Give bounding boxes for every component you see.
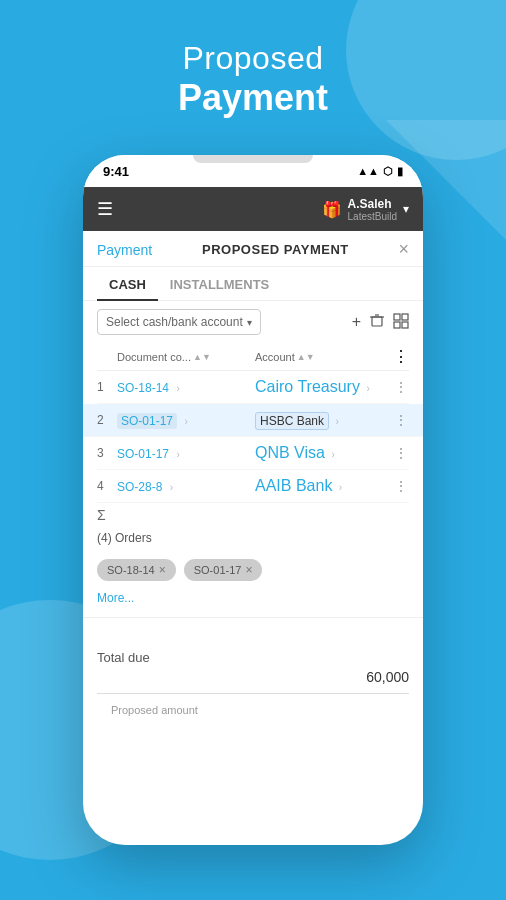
row-3-account-link[interactable]: QNB Visa (255, 444, 325, 461)
row-3-doc-link[interactable]: SO-01-17 (117, 447, 169, 461)
row-3-doc-arrow-icon: › (176, 449, 179, 460)
battery-icon: ▮ (397, 165, 403, 178)
row-4-doc: SO-28-8 › (117, 477, 255, 495)
row-2-account-link[interactable]: HSBC Bank (255, 412, 329, 430)
row-2-account: HSBC Bank › (255, 411, 393, 429)
row-2-more[interactable]: ⋮ (393, 412, 409, 428)
navbar-chevron-icon[interactable]: ▾ (403, 202, 409, 216)
col-more-header: ⋮ (393, 347, 409, 366)
row-1-account: Cairo Treasury › (255, 378, 393, 396)
page-title: PROPOSED PAYMENT (152, 242, 398, 257)
row-1-doc: SO-18-14 › (117, 378, 255, 396)
row-1-doc-link[interactable]: SO-18-14 (117, 381, 169, 395)
svg-rect-5 (394, 322, 400, 328)
total-due-value-row: 60,000 (97, 667, 409, 687)
svg-rect-3 (394, 314, 400, 320)
close-button[interactable]: × (398, 239, 409, 260)
status-time: 9:41 (103, 164, 129, 179)
tag-2: SO-01-17 × (184, 559, 263, 581)
header-line2: Payment (0, 77, 506, 119)
proposed-amount-label: Proposed amount (97, 700, 409, 716)
total-due-label: Total due (97, 650, 150, 665)
row-4-more[interactable]: ⋮ (393, 478, 409, 494)
app-navbar: ☰ 🎁 A.Saleh LatestBuild ▾ (83, 187, 423, 231)
row-3-account-arrow-icon: › (331, 449, 334, 460)
grid-button[interactable] (393, 313, 409, 332)
phone-mockup: 9:41 ▲▲ ⬡ ▮ ☰ 🎁 A.Saleh LatestBuild ▾ Pa… (83, 155, 423, 845)
doc-sort-icon[interactable]: ▲▼ (193, 352, 211, 362)
wifi-icon: ⬡ (383, 165, 393, 178)
tag-1-label: SO-18-14 (107, 564, 155, 576)
phone-notch (193, 155, 313, 163)
header-line1: Proposed (0, 40, 506, 77)
row-2-doc-link[interactable]: SO-01-17 (117, 413, 177, 429)
signal-icon: ▲▲ (357, 165, 379, 177)
navbar-center: 🎁 A.Saleh LatestBuild ▾ (322, 197, 409, 222)
row-1-doc-arrow-icon: › (176, 383, 179, 394)
row-4-account-link[interactable]: AAIB Bank (255, 477, 332, 494)
tab-installments[interactable]: INSTALLMENTS (158, 267, 281, 300)
tag-2-remove-button[interactable]: × (245, 563, 252, 577)
account-select[interactable]: Select cash/bank account ▾ (97, 309, 261, 335)
row-2-doc-arrow-icon: › (184, 416, 187, 427)
row-3-num: 3 (97, 446, 117, 460)
status-icons: ▲▲ ⬡ ▮ (357, 165, 403, 178)
row-1-more[interactable]: ⋮ (393, 379, 409, 395)
table-row: 4 SO-28-8 › AAIB Bank › ⋮ (97, 470, 409, 503)
table-row: 3 SO-01-17 › QNB Visa › ⋮ (97, 437, 409, 470)
bottom-section: Total due 60,000 Proposed amount (83, 617, 423, 724)
tab-cash[interactable]: CASH (97, 267, 158, 300)
page-header: Proposed Payment (0, 40, 506, 119)
payment-header-row: Payment PROPOSED PAYMENT × (83, 231, 423, 267)
menu-icon[interactable]: ☰ (97, 198, 113, 220)
svg-rect-6 (402, 322, 408, 328)
add-button[interactable]: + (352, 313, 361, 331)
account-sort-icon[interactable]: ▲▼ (297, 352, 315, 362)
delete-button[interactable] (369, 312, 385, 332)
row-4-doc-arrow-icon: › (170, 482, 173, 493)
row-1-account-link[interactable]: Cairo Treasury (255, 378, 360, 395)
select-placeholder: Select cash/bank account (106, 315, 243, 329)
table-row: 2 SO-01-17 › HSBC Bank › ⋮ (83, 404, 423, 437)
navbar-user: A.Saleh LatestBuild (348, 197, 397, 222)
user-name: A.Saleh (348, 197, 397, 211)
row-3-doc: SO-01-17 › (117, 444, 255, 462)
total-due-row: Total due (97, 648, 409, 667)
total-due-value: 60,000 (366, 669, 409, 685)
col-account-header: Account ▲▼ (255, 351, 393, 363)
row-4-num: 4 (97, 479, 117, 493)
table-header: Document co... ▲▼ Account ▲▼ ⋮ (97, 343, 409, 371)
col-doc-header: Document co... ▲▼ (117, 351, 255, 363)
orders-count: (4) Orders (83, 527, 423, 553)
tag-2-label: SO-01-17 (194, 564, 242, 576)
svg-rect-4 (402, 314, 408, 320)
more-link[interactable]: More... (83, 587, 423, 609)
row-1-num: 1 (97, 380, 117, 394)
user-build: LatestBuild (348, 211, 397, 222)
svg-rect-0 (372, 317, 382, 326)
row-3-more[interactable]: ⋮ (393, 445, 409, 461)
back-link[interactable]: Payment (97, 242, 152, 258)
tabs-row: CASH INSTALLMENTS (83, 267, 423, 301)
gift-icon: 🎁 (322, 200, 342, 219)
row-4-account: AAIB Bank › (255, 477, 393, 495)
row-2-doc: SO-01-17 › (117, 411, 255, 429)
toolbar: Select cash/bank account ▾ + (83, 301, 423, 343)
row-3-account: QNB Visa › (255, 444, 393, 462)
tags-row: SO-18-14 × SO-01-17 × (83, 553, 423, 587)
tag-1: SO-18-14 × (97, 559, 176, 581)
table-row: 1 SO-18-14 › Cairo Treasury › ⋮ (97, 371, 409, 404)
row-4-doc-link[interactable]: SO-28-8 (117, 480, 162, 494)
tag-1-remove-button[interactable]: × (159, 563, 166, 577)
row-2-account-arrow-icon: › (335, 416, 338, 427)
row-1-account-arrow-icon: › (366, 383, 369, 394)
row-4-account-arrow-icon: › (339, 482, 342, 493)
toolbar-actions: + (352, 312, 409, 332)
table: Document co... ▲▼ Account ▲▼ ⋮ 1 SO-18-1… (83, 343, 423, 503)
total-divider (97, 693, 409, 694)
row-2-num: 2 (97, 413, 117, 427)
select-chevron-icon: ▾ (247, 317, 252, 328)
sigma-row: Σ (83, 503, 423, 527)
more-options-icon[interactable]: ⋮ (393, 348, 409, 365)
